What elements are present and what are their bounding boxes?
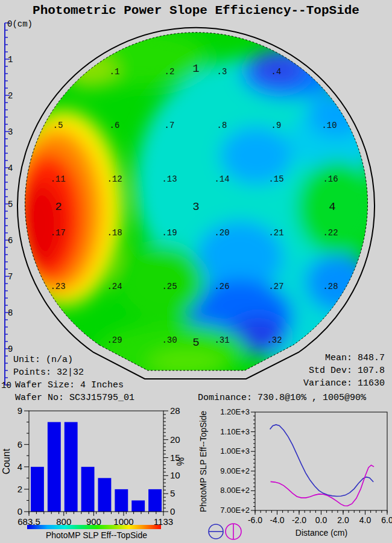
svg-text:.24: .24	[107, 282, 122, 291]
cross-section-chart: 1.20E+31.10E+31.00E+39.00E+28.00E+27.00E…	[193, 404, 392, 543]
svg-text:9.00E+2: 9.00E+2	[220, 466, 250, 475]
svg-text:6: 6	[17, 439, 22, 449]
stat-wafer-size: Wafer Size: 4 Inches	[15, 380, 124, 390]
svg-text:2.0: 2.0	[337, 515, 349, 525]
histogram-bar	[131, 500, 145, 512]
stat-variance: Variance: 11630	[303, 378, 385, 389]
profile-curves	[270, 425, 374, 506]
svg-text:.28: .28	[323, 282, 338, 291]
svg-text:0: 0	[170, 506, 175, 516]
stat-dominance: Dominance: 730.8@10% , 1005@90%	[198, 393, 366, 403]
svg-text:2: 2	[17, 484, 22, 494]
svg-text:1: 1	[8, 55, 13, 65]
svg-text:3: 3	[8, 127, 13, 137]
histogram-bars	[31, 422, 162, 512]
svg-text:5: 5	[8, 200, 13, 209]
profile-ylabel: PhotoMP SLP Eff--TopSide	[198, 411, 208, 512]
svg-text:.8: .8	[217, 121, 227, 130]
svg-text:8: 8	[8, 308, 13, 318]
svg-text:.5: .5	[53, 121, 63, 130]
svg-text:4.0: 4.0	[359, 515, 371, 525]
svg-text:.15: .15	[268, 174, 283, 184]
svg-text:4: 4	[8, 164, 13, 173]
svg-text:4: 4	[17, 462, 22, 472]
svg-text:.20: .20	[214, 228, 229, 238]
svg-text:7.00E+2: 7.00E+2	[220, 506, 250, 515]
svg-text:.1: .1	[110, 67, 120, 77]
profile-plot: 1.20E+31.10E+31.00E+39.00E+28.00E+27.00E…	[198, 407, 392, 539]
curve-vertical-cross-section	[271, 465, 374, 506]
svg-text:7: 7	[8, 272, 13, 282]
profile-tick-labels: 1.20E+31.10E+31.00E+39.00E+28.00E+27.00E…	[220, 407, 392, 525]
svg-text:0(cm): 0(cm)	[7, 19, 33, 29]
histogram-plot: 024690510152028683.580090010001133Count%…	[1, 405, 186, 540]
curve-horizontal-cross-section	[270, 425, 374, 497]
profile-xlabel: Distance (cm)	[296, 528, 347, 538]
svg-text:3: 3	[192, 200, 199, 214]
svg-text:.22: .22	[323, 228, 338, 238]
svg-text:-2.0: -2.0	[292, 515, 306, 525]
svg-text:.7: .7	[165, 121, 175, 130]
svg-text:-6.0: -6.0	[248, 515, 262, 525]
svg-text:1.20E+3: 1.20E+3	[220, 407, 250, 416]
svg-text:.6: .6	[110, 121, 120, 130]
svg-text:.26: .26	[214, 282, 229, 291]
svg-text:.3: .3	[217, 67, 227, 77]
stat-std-dev: Std Dev: 107.8	[309, 366, 385, 376]
svg-text:.29: .29	[107, 335, 122, 345]
svg-text:.16: .16	[323, 174, 338, 184]
wafer-map: 0(cm)12345678910.1.2.3.4.5.6.7.8.9.10.11…	[0, 0, 392, 403]
svg-text:10: 10	[170, 470, 180, 480]
histogram-bar	[31, 467, 44, 512]
svg-text:.11: .11	[50, 174, 65, 184]
svg-text:8.00E+2: 8.00E+2	[220, 486, 250, 495]
stat-wafer-no: Wafer No: SC3J15795_01	[15, 393, 134, 403]
svg-text:.14: .14	[214, 174, 229, 184]
svg-text:.25: .25	[162, 282, 177, 291]
svg-text:.32: .32	[267, 335, 282, 345]
svg-text:.12: .12	[107, 174, 122, 184]
histogram-bar	[65, 422, 78, 512]
svg-text:0: 0	[17, 506, 22, 516]
histogram-bar	[81, 467, 95, 512]
stat-points: Points: 32|32	[13, 367, 84, 378]
histogram-ticks	[24, 411, 168, 516]
vertical-cut-icon	[226, 524, 241, 539]
histogram-bar	[48, 422, 61, 512]
svg-text:.4: .4	[271, 67, 282, 77]
color-scale-bar	[27, 525, 161, 529]
svg-text:6.0: 6.0	[381, 515, 392, 525]
svg-text:4: 4	[329, 200, 335, 214]
svg-text:10: 10	[1, 381, 11, 390]
stat-unit: Unit: (n/a)	[13, 355, 73, 365]
svg-text:0.0: 0.0	[315, 515, 327, 525]
svg-text:1: 1	[192, 62, 199, 75]
histogram-bar	[148, 489, 162, 512]
svg-text:.13: .13	[162, 174, 177, 184]
svg-text:.21: .21	[268, 228, 283, 238]
histogram-chart: 024690510152028683.580090010001133Count%…	[0, 404, 193, 543]
color-scale-label: PhotoMP SLP Eff--TopSide	[46, 530, 147, 540]
svg-text:.9: .9	[271, 121, 282, 130]
svg-text:2: 2	[8, 91, 13, 101]
svg-text:6: 6	[8, 236, 13, 246]
svg-text:.19: .19	[162, 228, 177, 238]
horizontal-cut-icon	[209, 524, 223, 539]
svg-text:.17: .17	[50, 228, 65, 238]
svg-text:.18: .18	[107, 228, 122, 238]
svg-text:5: 5	[192, 336, 199, 349]
svg-text:9: 9	[17, 405, 22, 416]
svg-text:.30: .30	[162, 335, 177, 345]
profile-legend	[209, 524, 241, 539]
svg-text:.2: .2	[165, 67, 175, 77]
histogram-ylabel: Count	[1, 448, 11, 474]
svg-text:20: 20	[170, 434, 180, 445]
svg-text:2: 2	[55, 200, 62, 214]
svg-text:-4.0: -4.0	[270, 515, 284, 525]
svg-text:9: 9	[8, 345, 13, 354]
svg-text:28: 28	[170, 405, 180, 416]
histogram-y2label: %	[175, 457, 186, 466]
histogram-bar	[98, 478, 112, 512]
svg-text:1.10E+3: 1.10E+3	[220, 427, 250, 436]
svg-text:.23: .23	[50, 282, 65, 291]
